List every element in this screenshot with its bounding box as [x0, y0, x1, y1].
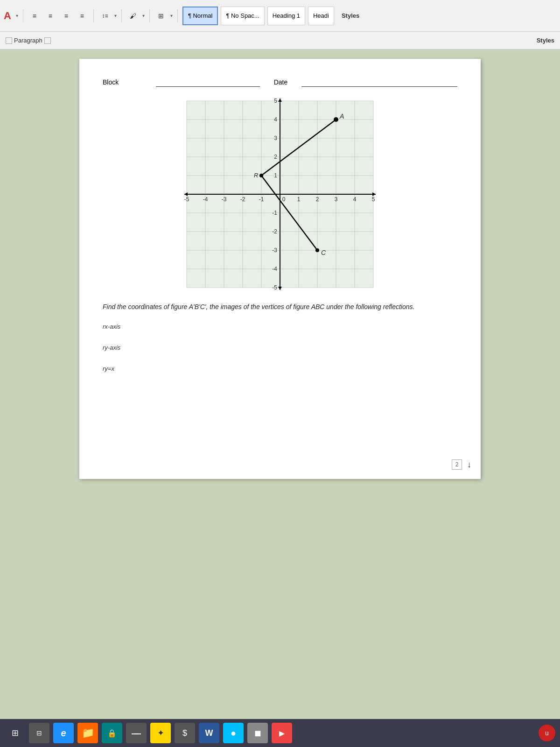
svg-text:0: 0	[282, 196, 286, 203]
svg-marker-24	[372, 192, 376, 196]
separator-1	[23, 9, 23, 22]
line-spacing-button[interactable]: ↕≡	[98, 9, 112, 22]
page-indicator: ↓	[467, 460, 471, 470]
styles-row-label: Styles	[537, 37, 554, 44]
reflection-x-axis: rx-axis	[103, 323, 457, 330]
block-label: Block	[103, 78, 119, 87]
date-underline	[301, 78, 457, 87]
style-nospacing-label: ¶ No Spac...	[226, 12, 259, 19]
lock-icon[interactable]: 🔒	[102, 723, 122, 743]
border-button[interactable]: ⊞	[154, 9, 168, 22]
paragraph-resize-handle-left	[6, 37, 12, 44]
style-heading1-label: Heading 1	[273, 12, 300, 19]
style-heading1-button[interactable]: Heading 1	[267, 7, 305, 25]
svg-point-56	[315, 248, 319, 252]
word-icon[interactable]: W	[199, 723, 219, 743]
separator-4	[149, 9, 150, 22]
svg-text:-1: -1	[272, 210, 277, 216]
svg-text:A: A	[339, 113, 344, 120]
svg-text:-2: -2	[272, 228, 277, 235]
edge-browser-icon[interactable]: e	[53, 723, 74, 743]
page-number: 2	[452, 459, 462, 470]
reflection-y-equals-x: ry=x	[103, 365, 457, 372]
svg-marker-25	[184, 192, 188, 196]
problem-text-content: Find the coordinates of figure A'B'C', t…	[103, 303, 414, 310]
separator-3	[121, 9, 122, 22]
svg-text:-4: -4	[203, 196, 208, 203]
svg-text:R: R	[254, 172, 258, 179]
align-center-button[interactable]: ≡	[44, 9, 57, 22]
map-icon[interactable]: ◼	[247, 723, 268, 743]
align-right-button[interactable]: ≡	[60, 9, 73, 22]
svg-point-52	[334, 117, 338, 122]
graph-container: -5 -4 -3 -2 -1 0 1 2 3 4 5 5 4 3	[103, 96, 457, 292]
document-page: Block Date	[79, 59, 481, 479]
toolbar: A ▾ ≡ ≡ ≡ ≡ ↕≡ ▾ 🖌 ▾ ⊞ ▾ ¶ Normal ¶ No S…	[0, 0, 560, 32]
font-a-button[interactable]: A	[4, 10, 11, 22]
svg-marker-27	[278, 99, 282, 102]
svg-marker-28	[278, 287, 282, 290]
font-dropdown-arrow[interactable]: ▾	[16, 13, 18, 18]
svg-text:-5: -5	[272, 284, 277, 291]
svg-point-54	[259, 174, 263, 177]
user-avatar[interactable]: u	[539, 725, 555, 741]
svg-text:-5: -5	[184, 196, 189, 203]
style-normal-button[interactable]: ¶ Normal	[182, 7, 218, 25]
task-view-button[interactable]: ⊟	[29, 723, 49, 743]
border-dropdown-arrow[interactable]: ▾	[170, 13, 173, 18]
linespacing-dropdown-arrow[interactable]: ▾	[114, 13, 117, 18]
windows-start-button[interactable]: ⊞	[5, 723, 25, 743]
separator-5	[177, 9, 178, 22]
coordinate-graph: -5 -4 -3 -2 -1 0 1 2 3 4 5 5 4 3	[163, 96, 397, 292]
svg-text:-3: -3	[272, 247, 277, 254]
svg-text:4: 4	[353, 196, 357, 203]
svg-text:1: 1	[297, 196, 301, 203]
svg-text:2: 2	[316, 196, 319, 203]
svg-text:-1: -1	[259, 196, 264, 203]
style-nospacing-button[interactable]: ¶ No Spac...	[221, 7, 264, 25]
style-normal-label: ¶ Normal	[188, 12, 213, 19]
align-justify-button[interactable]: ≡	[76, 9, 89, 22]
minus-icon[interactable]: —	[126, 723, 147, 743]
reflections-section: rx-axis ry-axis ry=x	[103, 323, 457, 372]
svg-text:3: 3	[335, 196, 338, 203]
block-underline	[156, 78, 259, 87]
svg-text:5: 5	[274, 98, 277, 104]
svg-text:-4: -4	[272, 266, 277, 272]
svg-text:-3: -3	[222, 196, 227, 203]
svg-text:5: 5	[372, 196, 375, 203]
style-heading2-button[interactable]: Headi	[308, 7, 334, 25]
shading-dropdown-arrow[interactable]: ▾	[142, 13, 145, 18]
date-label: Date	[274, 78, 288, 87]
style-heading2-label: Headi	[313, 12, 329, 19]
styles-section-label: Styles	[342, 12, 359, 19]
svg-text:C: C	[321, 249, 326, 256]
media-icon[interactable]: ▶	[272, 723, 292, 743]
reflection-y-axis: ry-axis	[103, 344, 457, 351]
folder-icon[interactable]: 📁	[77, 723, 98, 743]
dollar-icon[interactable]: $	[175, 723, 195, 743]
paragraph-label: Paragraph	[14, 37, 42, 44]
dropbox-icon[interactable]: ✦	[150, 723, 171, 743]
taskbar: ⊞ ⊟ e 📁 🔒 — ✦ $ W ● ◼ ▶ u	[0, 719, 560, 747]
svg-text:3: 3	[274, 135, 277, 141]
separator-2	[93, 9, 94, 22]
problem-text: Find the coordinates of figure A'B'C', t…	[103, 302, 457, 312]
svg-text:-2: -2	[240, 196, 245, 203]
svg-text:2: 2	[274, 154, 277, 160]
paragraph-row: Paragraph Styles	[0, 32, 560, 49]
shading-button[interactable]: 🖌	[126, 9, 140, 22]
circle-app-icon[interactable]: ●	[223, 723, 244, 743]
paragraph-resize-handle-right	[44, 37, 51, 44]
align-left-button[interactable]: ≡	[28, 9, 41, 22]
svg-text:4: 4	[274, 116, 277, 123]
block-date-row: Block Date	[103, 73, 457, 87]
svg-text:1: 1	[274, 172, 277, 179]
document-area: Block Date	[0, 49, 560, 719]
